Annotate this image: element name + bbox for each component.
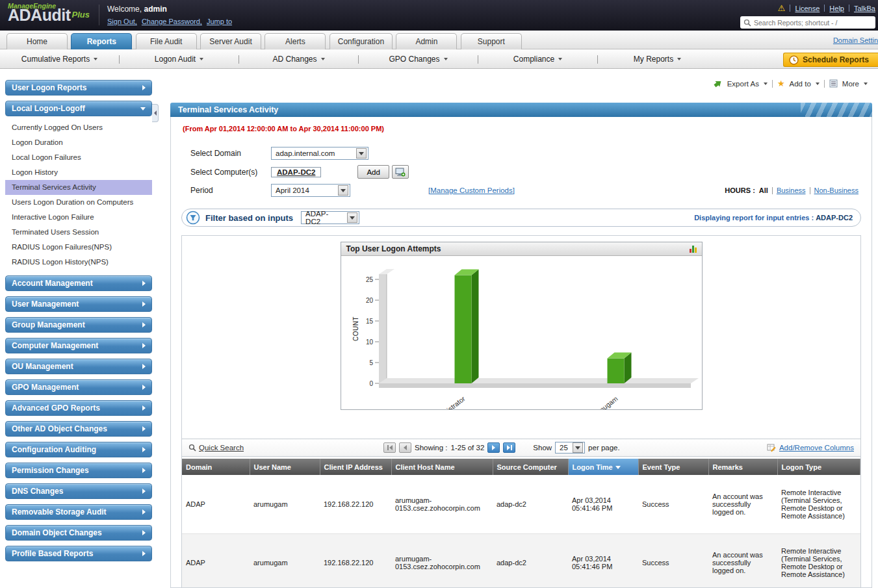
tab-reports[interactable]: Reports: [71, 33, 132, 49]
caret-down-icon: [444, 58, 448, 60]
sidebar-section-computer-management[interactable]: Computer Management: [5, 338, 152, 353]
sidebar-section-ou-management[interactable]: OU Management: [5, 359, 152, 374]
quick-search-link[interactable]: Quick Search: [199, 444, 244, 452]
hours-nonbusiness-link[interactable]: Non-Business: [814, 186, 859, 194]
nav-ad-changes[interactable]: AD Changes: [239, 55, 358, 64]
schedule-reports-button[interactable]: Schedule Reports: [783, 53, 878, 67]
tab-home[interactable]: Home: [6, 33, 68, 49]
change-password-link[interactable]: Change Password,: [142, 18, 202, 25]
export-as-button[interactable]: Export As: [727, 80, 759, 88]
sidebar-item-users-logon-duration-on-computers[interactable]: Users Logon Duration on Computers: [5, 195, 152, 210]
domain-select[interactable]: adap.internal.com: [271, 147, 368, 160]
product-suffix: Plus: [71, 10, 89, 19]
column-header-client-host[interactable]: Client Host Name: [391, 459, 493, 475]
add-to-button[interactable]: Add to: [790, 80, 811, 88]
sidebar-item-logon-duration[interactable]: Logon Duration: [5, 135, 152, 150]
column-header-domain[interactable]: Domain: [182, 459, 250, 475]
more-button[interactable]: More: [842, 80, 859, 88]
cell-remarks: An account was successfully logged on.: [708, 475, 777, 533]
sidebar-section-account-management[interactable]: Account Management: [5, 275, 152, 291]
column-header-source-computer[interactable]: Source Computer: [493, 459, 568, 475]
selected-computers-field[interactable]: ADAP-DC2: [271, 167, 321, 177]
page-size-select[interactable]: 25: [555, 442, 585, 454]
caret-down-icon: [200, 58, 203, 60]
table-row[interactable]: ADAP arumugam 192.168.22.120 arumugam-01…: [182, 475, 860, 533]
sidebar-section-profile-based-reports[interactable]: Profile Based Reports: [5, 546, 152, 561]
add-remove-columns[interactable]: Add/Remove Columns: [767, 443, 854, 452]
tab-alerts[interactable]: Alerts: [265, 33, 326, 49]
sidebar-item-terminated-users-session[interactable]: Terminated Users Session: [5, 225, 152, 240]
add-computer-button[interactable]: Add: [357, 165, 389, 179]
nav-compliance[interactable]: Compliance: [478, 55, 597, 64]
column-header-remarks[interactable]: Remarks: [708, 459, 777, 475]
chevron-right-icon: [142, 468, 146, 473]
chevron-right-icon: [142, 281, 146, 286]
sidebar-section-user-management[interactable]: User Management: [5, 296, 152, 312]
tab-server-audit[interactable]: Server Audit: [200, 33, 261, 49]
talkback-link[interactable]: TalkBa: [854, 5, 875, 12]
sidebar-item-logon-history[interactable]: Logon History: [5, 165, 152, 180]
svg-text:25: 25: [365, 276, 373, 283]
chart-type-icon[interactable]: [690, 246, 697, 253]
sidebar-section-other-ad-object-changes[interactable]: Other AD Object Changes: [5, 421, 152, 437]
sidebar-section-domain-object-changes[interactable]: Domain Object Changes: [5, 525, 152, 541]
jump-to-link[interactable]: Jump to: [207, 18, 232, 25]
sidebar-item-currently-logged-on-users[interactable]: Currently Logged On Users: [5, 120, 152, 135]
column-header-event-type[interactable]: Event Type: [638, 459, 708, 475]
sidebar-section-configuration-auditing[interactable]: Configuration Auditing: [5, 442, 152, 457]
filter-input-select[interactable]: ADAP-DC2: [301, 211, 359, 224]
sidebar-collapse-handle[interactable]: [152, 104, 159, 122]
period-select[interactable]: April 2014: [271, 184, 350, 197]
report-body: (From Apr 01,2014 12:00:00 AM to Apr 30,…: [170, 117, 872, 588]
report-period-range: (From Apr 01,2014 12:00:00 AM to Apr 30,…: [183, 125, 861, 133]
period-label: Period: [190, 186, 271, 195]
tab-support[interactable]: Support: [461, 33, 522, 49]
hours-business-link[interactable]: Business: [777, 186, 806, 194]
sidebar-section-group-management[interactable]: Group Management: [5, 317, 152, 333]
sidebar-item-radius-logon-failures[interactable]: RADIUS Logon Failures(NPS): [5, 240, 152, 255]
sidebar-section-user-logon-reports[interactable]: User Logon Reports: [5, 80, 152, 96]
help-link[interactable]: Help: [829, 5, 844, 12]
license-link[interactable]: License: [795, 5, 820, 12]
quick-search[interactable]: Quick Search: [188, 444, 383, 452]
column-header-logon-time[interactable]: Logon Time: [568, 459, 638, 475]
nav-cumulative-reports[interactable]: Cumulative Reports: [0, 55, 119, 64]
sidebar-section-gpo-management[interactable]: GPO Management: [5, 379, 152, 395]
next-page-button[interactable]: [487, 442, 500, 453]
domain-settings-link[interactable]: Domain Settin: [833, 36, 878, 44]
tab-admin[interactable]: Admin: [396, 33, 457, 49]
table-row[interactable]: ADAP arumugam 192.168.22.120 arumugam-01…: [182, 533, 860, 588]
last-page-button[interactable]: [503, 442, 515, 453]
chevron-right-icon: [142, 405, 146, 411]
global-search[interactable]: [740, 16, 875, 29]
sidebar-item-interactive-logon-failure[interactable]: Interactive Logon Failure: [5, 210, 152, 225]
column-header-logon-type[interactable]: Logon Type: [777, 459, 860, 475]
nav-gpo-changes[interactable]: GPO Changes: [359, 55, 478, 64]
first-page-button[interactable]: [383, 442, 396, 453]
nav-my-reports[interactable]: My Reports: [598, 55, 717, 64]
sidebar-item-radius-logon-history[interactable]: RADIUS Logon History(NPS): [5, 255, 152, 270]
sidebar-section-permission-changes[interactable]: Permission Changes: [5, 463, 152, 478]
add-remove-columns-link[interactable]: Add/Remove Columns: [779, 444, 854, 452]
sidebar-section-advanced-gpo-reports[interactable]: Advanced GPO Reports: [5, 400, 152, 416]
sort-descending-icon: [615, 466, 621, 469]
sidebar-item-terminal-services-activity[interactable]: Terminal Services Activity: [5, 180, 152, 195]
report-table: Domain User Name Client IP Address Clien…: [182, 459, 860, 588]
sidebar-section-removable-storage-audit[interactable]: Removable Storage Audit: [5, 504, 152, 520]
sidebar-item-local-logon-failures[interactable]: Local Logon Failures: [5, 150, 152, 165]
tab-file-audit[interactable]: File Audit: [136, 33, 197, 49]
sign-out-link[interactable]: Sign Out,: [107, 18, 137, 25]
hours-all-option[interactable]: All: [759, 186, 768, 194]
previous-page-button[interactable]: [399, 442, 411, 453]
cell-logon-time: Apr 03,2014 05:41:46 PM: [568, 475, 638, 533]
sidebar-section-dns-changes[interactable]: DNS Changes: [5, 483, 152, 499]
tab-configuration[interactable]: Configuration: [329, 33, 393, 49]
nav-logon-audit[interactable]: Logon Audit: [120, 55, 239, 64]
manage-custom-periods-link[interactable]: [Manage Custom Periods]: [428, 186, 515, 194]
column-header-client-ip[interactable]: Client IP Address: [320, 459, 391, 475]
warning-icon[interactable]: ⚠: [778, 3, 786, 13]
search-input[interactable]: [754, 19, 872, 27]
browse-computers-button[interactable]: [392, 165, 409, 179]
column-header-user-name[interactable]: User Name: [250, 459, 320, 475]
sidebar-section-local-logon-logoff[interactable]: Local Logon-Logoff: [5, 101, 152, 116]
